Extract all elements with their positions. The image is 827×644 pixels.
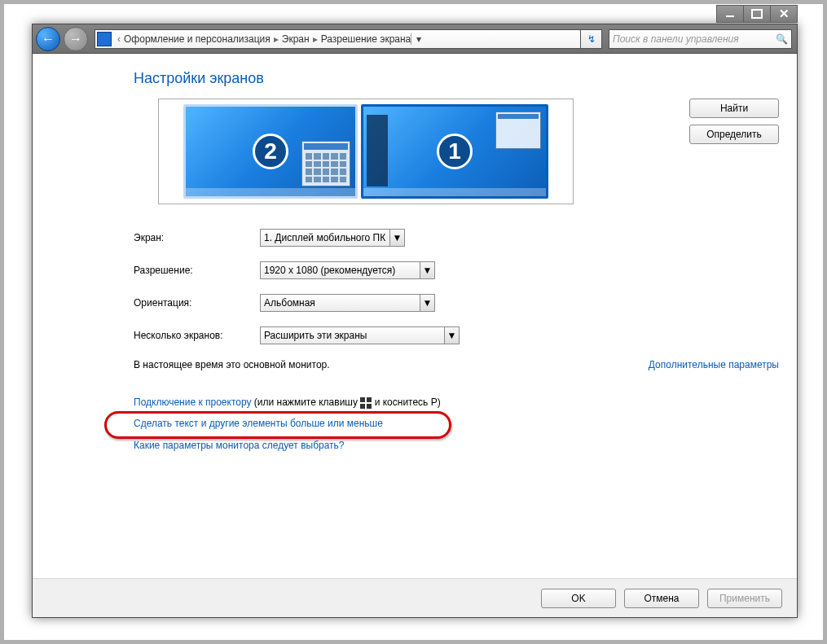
multi-display-label: Несколько экранов: xyxy=(134,330,260,341)
windows-key-icon xyxy=(360,397,372,409)
monitor-thumb-2[interactable]: 2 xyxy=(183,104,358,199)
address-bar[interactable]: ‹ Оформление и персонализация ▸ Экран ▸ … xyxy=(95,29,581,49)
control-panel-icon xyxy=(97,32,112,46)
display-preview[interactable]: 2 1 xyxy=(158,99,574,204)
forward-button[interactable]: → xyxy=(64,27,88,51)
advanced-settings-link[interactable]: Дополнительные параметры xyxy=(649,359,779,370)
highlight-annotation xyxy=(104,411,451,439)
window-caption-buttons: ✕ xyxy=(717,5,798,24)
breadcrumb-item[interactable]: Оформление и персонализация xyxy=(124,33,271,45)
content-area: Настройки экранов xyxy=(33,54,797,578)
orientation-label: Ориентация: xyxy=(134,297,260,309)
monitor-number: 2 xyxy=(253,134,288,169)
chevron-right-icon: ▸ xyxy=(313,33,318,45)
screen-resolution-window: ✕ ← → ‹ Оформление и персонализация ▸ Эк… xyxy=(32,24,798,618)
connect-projector-link[interactable]: Подключение к проектору xyxy=(134,396,252,408)
monitor-thumb-1[interactable]: 1 xyxy=(361,104,548,199)
breadcrumb-item[interactable]: Экран xyxy=(282,33,310,45)
page-title: Настройки экранов xyxy=(134,70,782,87)
close-button[interactable]: ✕ xyxy=(770,5,798,23)
chevron-right-icon: ‹ xyxy=(117,33,121,45)
search-input[interactable]: Поиск в панели управления 🔍 xyxy=(609,29,792,49)
identify-button[interactable]: Определить xyxy=(689,125,779,144)
resolution-select[interactable]: 1920 x 1080 (рекомендуется) ▼ xyxy=(260,261,435,279)
dialog-button-bar: OK Отмена Применить xyxy=(33,578,797,617)
arrow-right-icon: → xyxy=(69,33,82,46)
chevron-right-icon: ▸ xyxy=(274,33,279,45)
resolution-label: Разрешение: xyxy=(134,265,260,276)
explorer-toolbar: ← → ‹ Оформление и персонализация ▸ Экра… xyxy=(33,24,797,54)
detect-button[interactable]: Найти xyxy=(689,99,779,118)
maximize-button[interactable] xyxy=(743,5,771,23)
multi-display-select[interactable]: Расширить эти экраны ▼ xyxy=(260,326,460,344)
monitor-number: 1 xyxy=(437,134,473,169)
apply-button[interactable]: Применить xyxy=(707,589,782,608)
search-placeholder: Поиск в панели управления xyxy=(613,33,739,45)
projector-line: Подключение к проектору (или нажмите кла… xyxy=(134,392,782,413)
display-select[interactable]: 1. Дисплей мобильного ПК ▼ xyxy=(260,229,405,247)
display-value: 1. Дисплей мобильного ПК xyxy=(264,232,385,243)
breadcrumb-item[interactable]: Разрешение экрана xyxy=(321,33,411,45)
chevron-down-icon: ▼ xyxy=(420,262,434,278)
orientation-select[interactable]: Альбомная ▼ xyxy=(260,294,435,312)
cancel-button[interactable]: Отмена xyxy=(624,589,699,608)
chevron-down-icon: ▼ xyxy=(444,327,459,344)
resolution-value: 1920 x 1080 (рекомендуется) xyxy=(264,265,395,276)
chevron-down-icon: ▼ xyxy=(389,230,404,246)
multi-display-value: Расширить эти экраны xyxy=(264,330,367,341)
which-settings-link[interactable]: Какие параметры монитора следует выбрать… xyxy=(134,440,345,451)
address-dropdown[interactable]: ▾ xyxy=(411,33,425,45)
refresh-icon: ↯ xyxy=(587,33,596,45)
back-button[interactable]: ← xyxy=(36,27,60,51)
primary-monitor-note: В настоящее время это основной монитор. xyxy=(134,359,330,370)
search-icon: 🔍 xyxy=(776,33,788,45)
refresh-button[interactable]: ↯ xyxy=(581,29,602,49)
minimize-button[interactable] xyxy=(716,5,744,23)
display-label: Экран: xyxy=(134,232,260,243)
arrow-left-icon: ← xyxy=(42,33,55,46)
orientation-value: Альбомная xyxy=(264,297,315,309)
ok-button[interactable]: OK xyxy=(541,589,616,608)
chevron-down-icon: ▼ xyxy=(420,295,434,311)
